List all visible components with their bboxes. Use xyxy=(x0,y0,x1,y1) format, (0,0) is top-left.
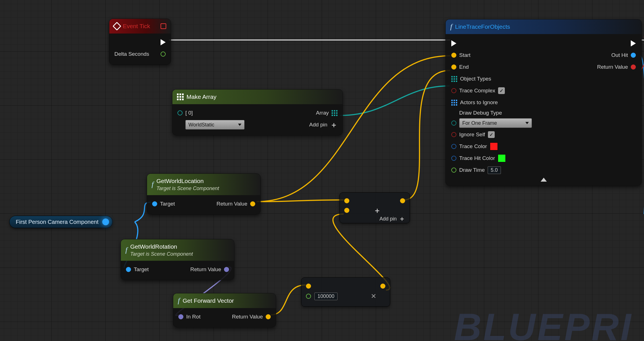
pin-label: Trace Hit Color xyxy=(459,155,495,161)
pin-label: Return Value xyxy=(597,64,628,70)
return-value-pin[interactable] xyxy=(631,64,636,70)
plus-icon: ＋ xyxy=(374,206,381,215)
node-title: GetWorldRotation xyxy=(130,243,193,250)
draw-debug-type-pin[interactable] xyxy=(451,121,456,126)
add-pin-button[interactable]: ＋ xyxy=(330,120,337,130)
get-world-location-node[interactable]: f GetWorldLocationTarget is Scene Compon… xyxy=(147,173,261,215)
function-icon: f xyxy=(152,180,154,189)
object-out-pin[interactable] xyxy=(102,219,109,225)
draw-time-pin[interactable] xyxy=(451,168,456,173)
variable-label: First Person Camera Component xyxy=(16,219,98,225)
node-title: Make Array xyxy=(186,93,216,100)
pin-label: Return Value xyxy=(217,201,248,207)
node-title: LineTraceForObjects xyxy=(455,23,510,30)
node-header[interactable]: f GetWorldLocationTarget is Scene Compon… xyxy=(147,174,260,195)
dropdown-value: WorldStatic xyxy=(188,122,214,128)
pin-label: In Rot xyxy=(186,314,201,320)
line-trace-node[interactable]: f LineTraceForObjects Start Out Hit End … xyxy=(445,19,642,186)
pin-label: Target xyxy=(134,266,149,273)
make-array-node[interactable]: Make Array [ 0] Array WorldStatic Add pi… xyxy=(172,89,343,135)
node-subtitle: Target is Scene Component xyxy=(130,251,193,257)
pin-label: Draw Debug Type xyxy=(459,110,502,116)
trace-hit-color-pin[interactable] xyxy=(451,156,456,161)
pin-label: Actors to Ignore xyxy=(460,99,498,106)
color-swatch[interactable] xyxy=(498,154,506,162)
array-pin-icon[interactable] xyxy=(332,110,337,116)
out-hit-pin[interactable] xyxy=(631,53,636,58)
ignore-self-pin[interactable] xyxy=(451,132,456,137)
pin-label: Trace Complex xyxy=(459,88,495,94)
vector-multiply-node[interactable]: 100000 ✕ xyxy=(301,277,390,307)
add-out-pin[interactable] xyxy=(400,198,405,203)
pin-label: End xyxy=(459,64,469,70)
in-rot-pin[interactable] xyxy=(178,314,183,319)
node-title: GetWorldLocation xyxy=(156,178,219,184)
float-input[interactable]: 100000 xyxy=(314,293,337,300)
float-input[interactable]: 5.0 xyxy=(488,166,501,174)
exec-out-pin[interactable] xyxy=(161,39,166,45)
get-forward-vector-node[interactable]: f Get Forward Vector In Rot Return Value xyxy=(173,293,276,327)
enum-dropdown[interactable]: For One Frame xyxy=(459,118,532,128)
array-elem-pin[interactable] xyxy=(177,110,183,115)
mult-b-pin[interactable] xyxy=(306,294,311,299)
exec-out-pin[interactable] xyxy=(631,40,636,46)
enum-dropdown[interactable]: WorldStatic xyxy=(185,120,245,130)
array-pin-icon[interactable] xyxy=(451,100,457,106)
dropdown-value: For One Frame xyxy=(462,120,497,126)
pin-label: Delta Seconds xyxy=(114,51,149,57)
array-pin-icon[interactable] xyxy=(451,76,457,82)
get-world-rotation-node[interactable]: f GetWorldRotationTarget is Scene Compon… xyxy=(121,239,234,280)
pin-label: Return Value xyxy=(190,266,221,273)
node-header[interactable]: f LineTraceForObjects xyxy=(446,19,641,34)
pin-label: Object Types xyxy=(460,76,491,82)
color-swatch[interactable] xyxy=(490,142,498,150)
add-b-pin[interactable] xyxy=(344,208,349,213)
end-pin[interactable] xyxy=(451,64,456,70)
pin-label: Out Hit xyxy=(611,52,628,58)
exec-in-pin[interactable] xyxy=(451,40,456,46)
multiply-icon: ✕ xyxy=(371,292,376,300)
node-header[interactable]: f GetWorldRotationTarget is Scene Compon… xyxy=(121,239,234,261)
array-out-label: Array xyxy=(316,110,329,116)
pin-label: Ignore Self xyxy=(459,132,485,138)
checkbox[interactable]: ✓ xyxy=(488,131,495,138)
function-icon: f xyxy=(450,23,452,31)
breakpoint-icon xyxy=(161,23,166,29)
mult-out-pin[interactable] xyxy=(380,284,385,289)
node-header[interactable]: Event Tick xyxy=(109,19,171,34)
mult-a-pin[interactable] xyxy=(306,284,311,289)
vector-add-node[interactable]: ＋ Add pin ＋ xyxy=(339,192,410,223)
pin-label: Start xyxy=(459,52,470,58)
function-icon: f xyxy=(178,297,180,305)
pin-label: Trace Color xyxy=(459,143,487,150)
return-value-pin[interactable] xyxy=(266,314,271,319)
return-value-pin[interactable] xyxy=(224,267,229,272)
pin-label: Draw Time xyxy=(459,167,485,173)
node-subtitle: Target is Scene Component xyxy=(156,186,219,191)
checkbox[interactable]: ✓ xyxy=(498,87,505,94)
node-title: Get Forward Vector xyxy=(183,297,234,304)
node-header[interactable]: f Get Forward Vector xyxy=(173,293,276,308)
trace-color-pin[interactable] xyxy=(451,144,456,149)
collapse-icon[interactable] xyxy=(541,178,547,182)
chevron-down-icon xyxy=(238,124,241,126)
trace-complex-pin[interactable] xyxy=(451,88,456,93)
return-value-pin[interactable] xyxy=(250,201,255,206)
array-icon xyxy=(177,93,184,100)
add-pin-label: Add pin xyxy=(309,122,327,128)
camera-variable-node[interactable]: First Person Camera Component xyxy=(9,216,113,228)
add-a-pin[interactable] xyxy=(344,198,349,203)
start-pin[interactable] xyxy=(451,53,456,58)
pin-label: Target xyxy=(160,201,175,207)
target-pin[interactable] xyxy=(152,201,157,206)
chevron-down-icon xyxy=(525,122,529,124)
index-label: [ 0] xyxy=(185,110,193,116)
add-pin-label: Add pin xyxy=(379,216,397,222)
delta-seconds-pin[interactable] xyxy=(161,52,166,57)
node-title: Event Tick xyxy=(123,23,150,30)
node-header[interactable]: Make Array xyxy=(172,90,343,104)
add-pin-button[interactable]: ＋ xyxy=(399,215,405,223)
pin-label: Return Value xyxy=(232,314,263,320)
event-tick-node[interactable]: Event Tick Delta Seconds xyxy=(109,19,171,65)
target-pin[interactable] xyxy=(126,267,131,272)
